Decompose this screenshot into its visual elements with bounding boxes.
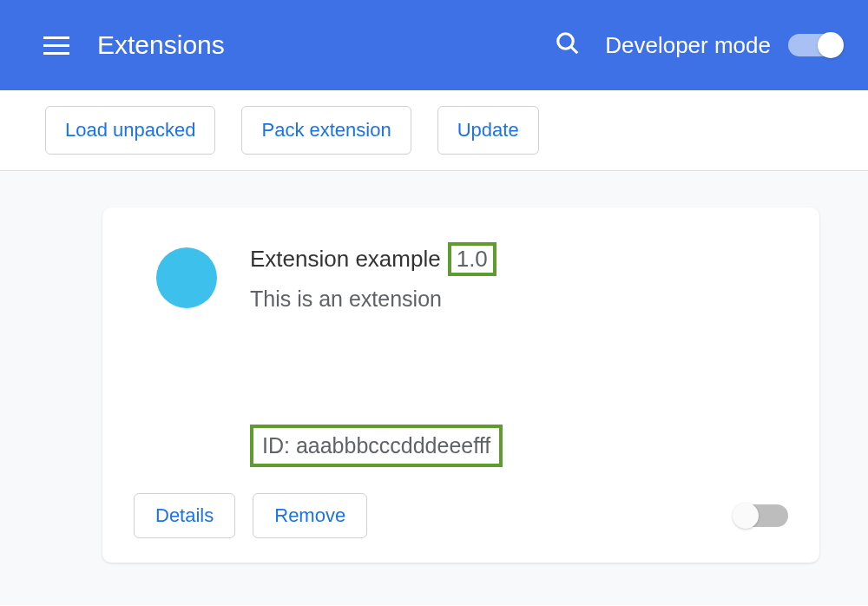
page-title: Extensions	[97, 30, 555, 60]
header: Extensions Developer mode	[0, 0, 868, 90]
svg-point-0	[558, 34, 574, 49]
search-icon[interactable]	[555, 30, 581, 60]
extension-description: This is an extension	[250, 287, 788, 312]
remove-button[interactable]: Remove	[253, 493, 367, 538]
extension-version: 1.0	[448, 242, 496, 276]
extension-id: ID: aaabbbcccdddeeefff	[250, 425, 503, 467]
pack-extension-button[interactable]: Pack extension	[241, 106, 411, 155]
developer-mode-toggle[interactable]	[788, 34, 842, 56]
toolbar: Load unpacked Pack extension Update	[0, 90, 868, 171]
load-unpacked-button[interactable]: Load unpacked	[45, 106, 215, 155]
developer-mode-label: Developer mode	[605, 32, 771, 59]
extension-enable-toggle[interactable]	[734, 504, 788, 527]
extension-icon	[156, 247, 217, 308]
svg-line-1	[571, 47, 578, 54]
details-button[interactable]: Details	[134, 493, 235, 538]
extension-card: Extension example 1.0 This is an extensi…	[102, 207, 819, 563]
extension-name: Extension example	[250, 246, 441, 273]
update-button[interactable]: Update	[437, 106, 539, 155]
content-area: Extension example 1.0 This is an extensi…	[0, 171, 868, 605]
menu-icon[interactable]	[43, 36, 69, 55]
